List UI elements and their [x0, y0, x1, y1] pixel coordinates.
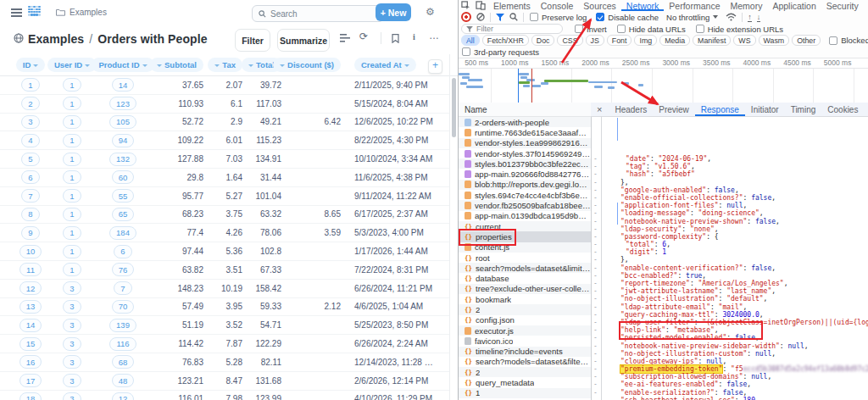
type-filter-font[interactable]: Font [607, 35, 632, 46]
disable-cache-checkbox[interactable] [596, 13, 604, 21]
id-pill[interactable]: 3 [63, 281, 81, 295]
id-pill[interactable]: 3 [63, 300, 81, 314]
type-filter-img[interactable]: Img [634, 35, 657, 46]
table-row[interactable]: 3110552.722.949.216.4212/6/2025, 10:22 P… [0, 114, 449, 132]
record-network-log-icon[interactable] [461, 12, 471, 22]
type-filter-fetch-xhr[interactable]: Fetch/XHR [482, 35, 529, 46]
search-input[interactable]: Search [252, 5, 384, 22]
id-pill[interactable]: 70 [112, 300, 135, 314]
name-column-header[interactable]: Name [459, 103, 591, 117]
table-row[interactable]: 51132127.887.03134.9110/10/2024, 3:34 AM [0, 150, 449, 169]
devtools-tab-sources[interactable]: Sources [578, 0, 621, 11]
devtools-tab-application[interactable]: Application [767, 0, 821, 11]
id-pill[interactable]: 7 [21, 189, 39, 203]
devtools-tab-elements[interactable]: Elements [488, 0, 536, 11]
network-request-row[interactable]: {}2 [459, 367, 591, 377]
table-row[interactable]: 816568.233.7563.328.656/17/2025, 2:37 AM [0, 206, 449, 225]
clear-network-log-icon[interactable] [476, 13, 485, 21]
network-request-row[interactable]: {}timeline?include=events [459, 347, 591, 357]
add-column-button[interactable]: + [428, 59, 442, 74]
network-filter-input[interactable]: Filter [461, 24, 563, 34]
network-conditions-icon[interactable] [726, 13, 737, 21]
id-pill[interactable]: 10 [19, 245, 42, 258]
type-filter-media[interactable]: Media [659, 35, 690, 46]
table-row[interactable]: 1117663.823.5167.337/22/2024, 8:31 PM [0, 261, 449, 280]
id-pill[interactable]: 8 [21, 208, 39, 221]
id-pill[interactable]: 1 [63, 115, 81, 129]
type-filter-all[interactable]: All [461, 35, 480, 46]
third-party-requests-checkbox[interactable] [462, 47, 470, 56]
network-request-row[interactable]: {}database [459, 273, 591, 283]
id-pill[interactable]: 55 [112, 189, 135, 203]
id-pill[interactable]: 14 [112, 78, 135, 92]
network-request-row[interactable]: vendor-styles.1ea99986291603d6a98… [459, 138, 591, 148]
new-button[interactable]: + New [376, 3, 411, 21]
device-toolbar-icon[interactable] [476, 1, 486, 10]
id-pill[interactable]: 14 [19, 319, 42, 332]
id-pill[interactable]: 132 [109, 153, 136, 166]
id-pill[interactable]: 184 [109, 226, 136, 240]
id-pill[interactable]: 3 [63, 355, 81, 369]
tab-overflow-chevron[interactable]: » [864, 0, 868, 11]
table-row[interactable]: 9118477.44.2678.063.595/3/2023, 4:00 PM [0, 224, 449, 242]
id-pill[interactable]: 3 [63, 319, 81, 332]
table-row[interactable]: 616029.81.6431.4411/6/2025, 4:38 PM [0, 169, 449, 187]
network-request-row[interactable]: {}search?models=dataset&filter_items_… [459, 357, 591, 367]
type-filter-wasm[interactable]: Wasm [759, 35, 790, 46]
table-row[interactable]: 1337057.493.9559.332.124/6/2025, 1:04 AM [0, 298, 449, 317]
id-pill[interactable]: 1 [63, 245, 81, 258]
id-pill[interactable]: 48 [112, 374, 135, 387]
hide-data-urls-checkbox[interactable] [617, 25, 626, 33]
detail-tab-initiator[interactable]: Initiator [745, 103, 785, 116]
id-pill[interactable]: 12 [112, 392, 135, 400]
detail-tab-preview[interactable]: Preview [653, 103, 695, 116]
type-filter-manifest[interactable]: Manifest [693, 35, 731, 46]
id-pill[interactable]: 3 [63, 392, 81, 400]
table-row[interactable]: 18312116.017.98123.994/10/2026, 11:29 PM [0, 391, 449, 400]
devtools-tab-memory[interactable]: Memory [725, 0, 767, 11]
id-pill[interactable]: 5 [21, 153, 39, 166]
id-pill[interactable]: 12 [19, 281, 42, 295]
table-row[interactable]: 1237148.2310.19158.426/26/2024, 11:21 PM [0, 280, 449, 298]
id-pill[interactable]: 1 [63, 97, 81, 110]
breadcrumb[interactable]: Examples [56, 8, 107, 17]
waterfall-overview[interactable] [459, 68, 868, 104]
throttling-dropdown[interactable]: No throttling [666, 13, 718, 22]
network-request-row[interactable]: vendor.fb250509bafcab18beeb.js [459, 200, 591, 210]
id-pill[interactable]: 1 [63, 78, 81, 92]
id-pill[interactable]: 3 [21, 115, 39, 129]
id-pill[interactable]: 4 [21, 134, 39, 147]
table-row[interactable]: 17348123.218.47131.682/6/2026, 12:14 PM [0, 372, 449, 391]
network-request-row[interactable]: favicon.ico [459, 336, 591, 346]
filter-button[interactable]: Filter [235, 29, 270, 52]
network-request-row[interactable]: {}search?models=dataset&limit=1 [459, 263, 591, 273]
network-request-row[interactable]: {}bookmark [459, 294, 591, 304]
blocked-response-cookies-checkbox[interactable] [829, 36, 837, 45]
type-filter-other[interactable]: Other [792, 35, 821, 46]
type-filter-css[interactable]: CSS [557, 35, 582, 46]
close-detail-icon[interactable]: × [591, 104, 609, 114]
id-pill[interactable]: 1 [63, 263, 81, 276]
network-request-row[interactable]: styles.694c7e4cc4e4cbf3b6e7.js [459, 190, 591, 200]
table-row[interactable]: 715595.775.27101.049/11/2024, 11:22 AM [0, 187, 449, 206]
id-pill[interactable]: 2 [21, 97, 39, 110]
column-header-pill[interactable]: User ID [47, 58, 97, 72]
network-request-row[interactable]: 2-orders-with-people [459, 117, 591, 127]
detail-tab-timing[interactable]: Timing [785, 103, 822, 116]
table-scrollbar[interactable] [449, 54, 458, 400]
id-pill[interactable]: 116 [109, 337, 136, 351]
id-pill[interactable]: 7 [114, 281, 131, 295]
id-pill[interactable]: 3 [63, 374, 81, 387]
detail-tab-response[interactable]: Response [695, 103, 745, 116]
title-collection[interactable]: Examples [28, 32, 84, 46]
column-header-pill[interactable]: Subtotal [150, 58, 203, 72]
filter-funnel-icon[interactable] [496, 14, 504, 21]
id-pill[interactable]: 105 [109, 115, 136, 129]
id-pill[interactable]: 13 [19, 300, 42, 314]
type-filter-ws[interactable]: WS [733, 35, 755, 46]
network-request-row[interactable]: {}1 [459, 388, 591, 398]
network-request-row[interactable]: {}root [459, 253, 591, 263]
hamburger-menu-icon[interactable] [11, 8, 22, 10]
table-row[interactable]: 111437.652.0739.722/11/2025, 9:40 PM [0, 76, 449, 95]
search-network-icon[interactable] [509, 13, 518, 21]
